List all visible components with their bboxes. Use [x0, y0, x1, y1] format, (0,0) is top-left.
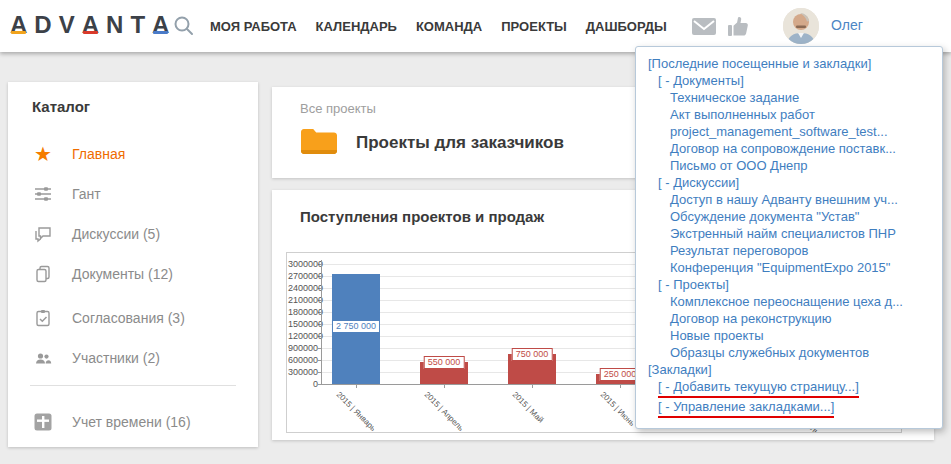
top-navigation-bar: ADVANTA МОЯ РАБОТА КАЛЕНДАРЬ КОМАНДА ПРО…: [0, 0, 951, 52]
chart-x-tick-label: 2015 | Апрель: [423, 390, 466, 433]
logo-letter: N: [106, 11, 130, 39]
sidebar-item-approvals[interactable]: Согласования (3): [8, 298, 258, 338]
chart-y-tick-label: 2400000: [288, 284, 318, 293]
chart-y-tick-label: 2100000: [288, 296, 318, 305]
sidebar-item-label: Участники (2): [72, 350, 160, 366]
nav-my-work[interactable]: МОЯ РАБОТА: [210, 19, 297, 34]
user-menu-link[interactable]: Олег: [831, 17, 863, 33]
project-title-row: Проекты для заказчиков: [300, 127, 564, 159]
popup-item[interactable]: [ - Дискуссии]: [636, 174, 942, 191]
chart-y-tick-label: 0: [288, 380, 318, 389]
popup-item[interactable]: Договор на сопровождение поставк...: [636, 140, 942, 157]
chart-y-tick-label: 1800000: [288, 308, 318, 317]
chart-y-tick-label: 2700000: [288, 272, 318, 281]
chart-x-tick: [356, 385, 357, 388]
star-icon: ★: [32, 143, 54, 165]
logo-letter: A: [10, 11, 34, 39]
sidebar-item-label: Главная: [72, 146, 125, 162]
sidebar-item-documents[interactable]: Документы (12): [8, 254, 258, 294]
chart-x-tick: [620, 385, 621, 388]
discussions-icon: [32, 223, 54, 245]
sidebar-item-main[interactable]: ★ Главная: [8, 134, 258, 174]
logo-letter: A: [82, 11, 106, 39]
chart-y-tick-label: 3000000: [288, 260, 318, 269]
logo-letter: V: [59, 11, 82, 39]
popup-section-header: [Закладки]: [636, 361, 942, 378]
chart-x-tick-label: 2015 | Январь: [335, 390, 378, 433]
popup-item[interactable]: Договор на реконструкцию: [636, 310, 942, 327]
popup-item[interactable]: [ - Управление закладками...]: [636, 398, 942, 418]
app-window: ADVANTA МОЯ РАБОТА КАЛЕНДАРЬ КОМАНДА ПРО…: [0, 0, 951, 464]
popup-item[interactable]: Экстренный найм специалистов ПНР: [636, 225, 942, 242]
breadcrumb[interactable]: Все проекты: [300, 101, 376, 116]
popup-item[interactable]: Образцы служебных документов: [636, 344, 942, 361]
nav-team[interactable]: КОМАНДА: [416, 19, 482, 34]
popup-item[interactable]: [ - Документы]: [636, 72, 942, 89]
chart-y-tick-label: 1500000: [288, 320, 318, 329]
page-title: Проекты для заказчиков: [356, 133, 564, 153]
nav-dashboards[interactable]: ДАШБОРДЫ: [586, 19, 667, 34]
sidebar-item-label: Гант: [72, 186, 101, 202]
recent-and-bookmarks-popup: [Последние посещенные и закладки][ - Док…: [635, 46, 943, 429]
sidebar-item-discussions[interactable]: Дискуссии (5): [8, 214, 258, 254]
sidebar-item-members[interactable]: Участники (2): [8, 338, 258, 378]
popup-section-header: [Последние посещенные и закладки]: [636, 55, 942, 72]
main-menu: МОЯ РАБОТА КАЛЕНДАРЬ КОМАНДА ПРОЕКТЫ ДАШ…: [210, 0, 667, 52]
popup-item[interactable]: Конференция "EquipmentExpo 2015": [636, 259, 942, 276]
chart-x-tick: [444, 385, 445, 388]
chart-y-tick-label: 1200000: [288, 332, 318, 341]
sidebar-item-label: Дискуссии (5): [72, 226, 160, 242]
popup-item[interactable]: [ - Проекты]: [636, 276, 942, 293]
user-avatar[interactable]: [783, 8, 819, 44]
sidebar-item-gantt[interactable]: Гант: [8, 174, 258, 214]
popup-item[interactable]: Доступ в нашу Адванту внешним уч...: [636, 191, 942, 208]
sidebar-item-label: Документы (12): [72, 266, 173, 282]
catalog-sidebar: Каталог ★ Главная Гант: [8, 82, 258, 447]
sidebar-item-label: Учет времени (16): [72, 414, 191, 430]
popup-item[interactable]: Комплексное переоснащение цеха д...: [636, 293, 942, 310]
chart-bar-value-label: 550 000: [424, 356, 465, 369]
chart-x-tick: [532, 385, 533, 388]
sidebar-item-timesheet[interactable]: Учет времени (16): [8, 402, 258, 442]
chart-x-tick-label: 2015 | Июнь: [599, 390, 637, 428]
chart-bar-value-label: 2 750 000: [332, 320, 380, 333]
chart-y-axis: [321, 260, 322, 384]
approvals-icon: [32, 307, 54, 329]
mail-icon[interactable]: [692, 18, 716, 39]
nav-calendar[interactable]: КАЛЕНДАРЬ: [316, 19, 397, 34]
gantt-icon: [32, 183, 54, 205]
timesheet-icon: [32, 411, 54, 433]
sidebar-divider: [30, 385, 236, 386]
nav-projects[interactable]: ПРОЕКТЫ: [501, 19, 567, 34]
popup-item[interactable]: Новые проекты: [636, 327, 942, 344]
popup-item[interactable]: Результат переговоров: [636, 242, 942, 259]
popup-item[interactable]: Обсуждение документа "Устав": [636, 208, 942, 225]
sidebar-item-label: Согласования (3): [72, 310, 185, 326]
search-icon[interactable]: [172, 14, 196, 38]
popup-item-highlighted[interactable]: [ - Добавить текущую страницу...]: [658, 378, 859, 398]
chart-y-tick-label: 900000: [288, 344, 318, 353]
logo-letter: D: [34, 11, 58, 39]
members-icon: [32, 347, 54, 369]
chart-bar-value-label: 750 000: [512, 348, 553, 361]
folder-icon: [300, 127, 338, 159]
popup-item[interactable]: project_management_software_test...: [636, 123, 942, 140]
chart-y-tick-label: 600000: [288, 356, 318, 365]
sidebar-title: Каталог: [32, 98, 90, 115]
popup-item-highlighted[interactable]: [ - Управление закладками...]: [658, 398, 834, 418]
chart-x-tick-label: 2015 | Май: [511, 390, 546, 425]
chart-y-tick-label: 300000: [288, 368, 318, 377]
popup-item[interactable]: Акт выполненных работ: [636, 106, 942, 123]
documents-icon: [32, 263, 54, 285]
advanta-logo[interactable]: ADVANTA: [10, 11, 176, 39]
chart-title: Поступления проектов и продаж: [300, 208, 544, 225]
popup-item[interactable]: Письмо от ООО Днепр: [636, 157, 942, 174]
popup-item[interactable]: [ - Добавить текущую страницу...]: [636, 378, 942, 398]
logo-letter: T: [130, 11, 152, 39]
thumbs-up-icon[interactable]: [727, 16, 749, 41]
popup-item[interactable]: Техническое задание: [636, 89, 942, 106]
